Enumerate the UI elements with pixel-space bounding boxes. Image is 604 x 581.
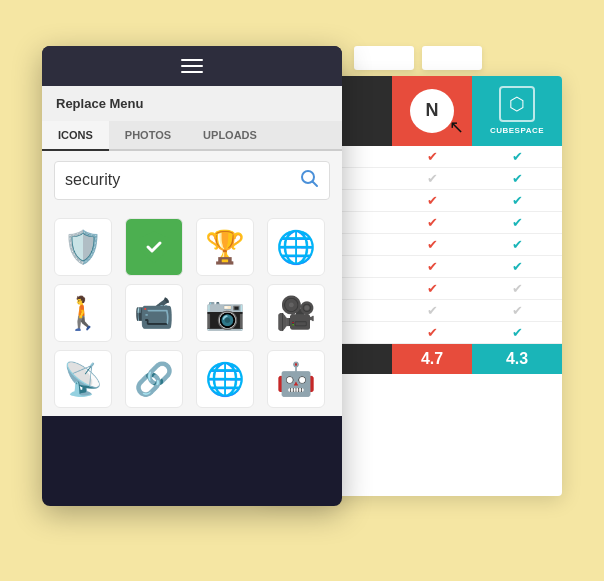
- svg-line-1: [313, 181, 318, 186]
- search-bar: security: [42, 151, 342, 210]
- icon-pedestrian[interactable]: 🚶: [54, 284, 112, 342]
- ni-column: N ↖: [392, 76, 472, 146]
- check-col-2: ✔: [472, 325, 562, 340]
- icon-shield[interactable]: 🛡️: [54, 218, 112, 276]
- check-col-1: ✔: [392, 149, 472, 164]
- check-col-1: ✔: [392, 281, 472, 296]
- icon-globe-shield[interactable]: 🌐: [267, 218, 325, 276]
- search-value: security: [65, 171, 291, 189]
- check-col-2: ✔: [472, 237, 562, 252]
- icon-network[interactable]: 🔗: [125, 350, 183, 408]
- replace-menu: Replace Menu ICONS PHOTOS UPLOADS securi…: [42, 46, 342, 506]
- menu-title: Replace Menu: [42, 86, 342, 121]
- icon-robot[interactable]: 🤖: [267, 350, 325, 408]
- check-col-2: ✔: [472, 303, 562, 318]
- check-col-1: ✔: [392, 171, 472, 186]
- check-col-1: ✔: [392, 193, 472, 208]
- top-tabs-area: [354, 46, 482, 70]
- cubespace-icon: ⬡: [499, 86, 535, 122]
- check-col-2: ✔: [472, 215, 562, 230]
- cursor-icon: ↖: [449, 116, 464, 138]
- rating-value-1: 4.7: [392, 344, 472, 374]
- main-scene: ≋ estimando COMPARE WEBSITE BUILDERS www…: [42, 46, 562, 536]
- check-col-1: ✔: [392, 303, 472, 318]
- top-tab-1[interactable]: [354, 46, 414, 70]
- menu-tabs: ICONS PHOTOS UPLOADS: [42, 121, 342, 151]
- check-col-2: ✔: [472, 281, 562, 296]
- icons-grid: 🛡️ 🏆 🌐 🚶 📹 📷 🎥 📡 🔗 🌐 🤖: [42, 210, 342, 416]
- menu-top-bar: [42, 46, 342, 86]
- icon-camera3[interactable]: 🎥: [267, 284, 325, 342]
- tab-photos[interactable]: PHOTOS: [109, 121, 187, 151]
- search-input-wrap: security: [54, 161, 330, 200]
- cubespace-label: CUBESPACE: [490, 126, 544, 135]
- check-col-2: ✔: [472, 193, 562, 208]
- check-col-1: ✔: [392, 325, 472, 340]
- icon-network2[interactable]: 🌐: [196, 350, 254, 408]
- search-icon[interactable]: [299, 168, 319, 193]
- ni-icon: N: [410, 89, 454, 133]
- check-col-2: ✔: [472, 171, 562, 186]
- icon-camera4[interactable]: 📡: [54, 350, 112, 408]
- check-col-2: ✔: [472, 149, 562, 164]
- top-tab-2[interactable]: [422, 46, 482, 70]
- check-col-2: ✔: [472, 259, 562, 274]
- icon-camera2[interactable]: 📷: [196, 284, 254, 342]
- check-col-1: ✔: [392, 259, 472, 274]
- cubespace-column: ⬡ CUBESPACE: [472, 76, 562, 146]
- hamburger-icon[interactable]: [181, 59, 203, 73]
- icon-trophy[interactable]: 🏆: [196, 218, 254, 276]
- rating-value-2: 4.3: [472, 344, 562, 374]
- icon-camera1[interactable]: 📹: [125, 284, 183, 342]
- tab-icons[interactable]: ICONS: [42, 121, 109, 151]
- check-col-1: ✔: [392, 215, 472, 230]
- check-col-1: ✔: [392, 237, 472, 252]
- tab-uploads[interactable]: UPLOADS: [187, 121, 273, 151]
- icon-check-shield[interactable]: [125, 218, 183, 276]
